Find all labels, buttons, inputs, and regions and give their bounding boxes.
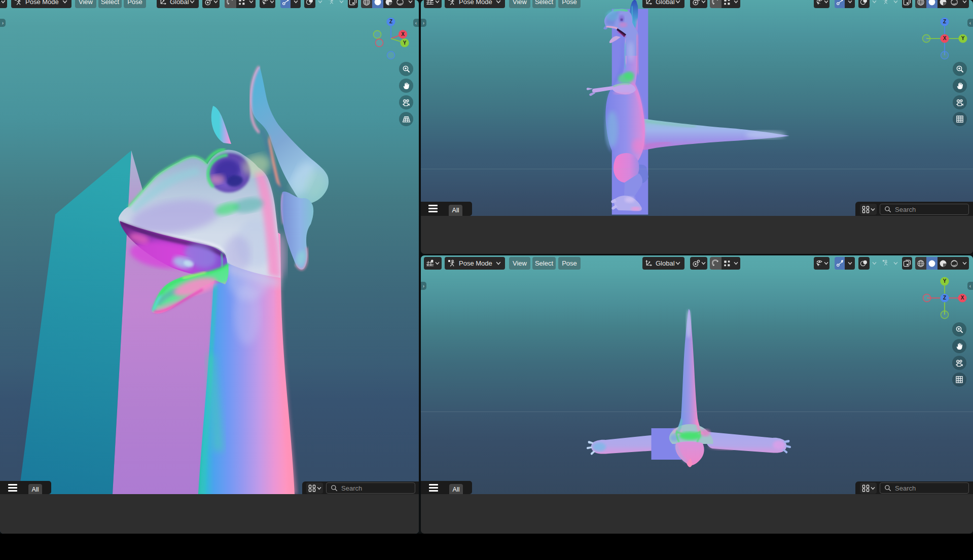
svg-text:X: X <box>943 35 947 41</box>
svg-text:X: X <box>401 31 405 37</box>
svg-text:Y: Y <box>403 40 407 46</box>
svg-text:Z: Z <box>943 295 946 301</box>
svg-text:Y: Y <box>961 35 965 41</box>
svg-text:X: X <box>961 295 964 301</box>
svg-text:Z: Z <box>943 19 946 24</box>
svg-text:Z: Z <box>389 19 392 24</box>
svg-text:Y: Y <box>943 278 947 284</box>
